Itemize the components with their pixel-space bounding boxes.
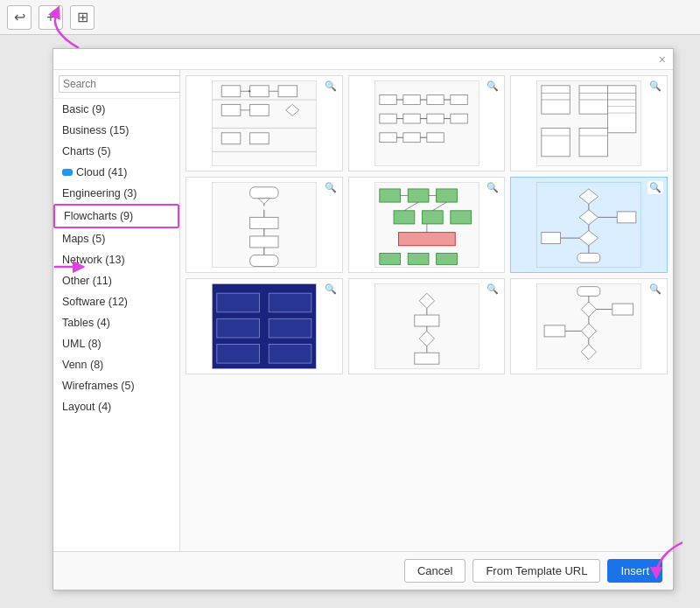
svg-rect-19 xyxy=(450,95,466,105)
sidebar-item-venn[interactable]: Venn (8) xyxy=(53,354,179,375)
sidebar-item-software[interactable]: Software (12) xyxy=(53,291,179,312)
svg-rect-91 xyxy=(217,318,260,338)
svg-rect-23 xyxy=(379,114,396,123)
grid-button[interactable]: ⊞ xyxy=(70,5,94,30)
zoom-icon-9: 🔍 xyxy=(648,283,663,296)
zoom-icon-2: 🔍 xyxy=(485,80,500,93)
template-thumbnail-1[interactable]: 🔍 xyxy=(186,75,343,171)
svg-rect-42 xyxy=(608,86,636,133)
template-thumbnail-7[interactable]: 🔍 xyxy=(186,278,343,374)
svg-rect-94 xyxy=(269,318,312,338)
svg-rect-64 xyxy=(436,189,457,202)
plus-icon: + xyxy=(46,10,54,25)
svg-rect-69 xyxy=(379,253,400,264)
sidebar-item-basic[interactable]: Basic (9) xyxy=(53,99,179,120)
svg-rect-92 xyxy=(217,345,260,364)
sidebar-item-layout[interactable]: Layout (4) xyxy=(53,396,179,417)
sidebar-item-business[interactable]: Business (15) xyxy=(53,120,179,141)
svg-rect-66 xyxy=(422,211,443,224)
modal-header: × xyxy=(53,49,673,70)
svg-rect-31 xyxy=(402,133,419,143)
back-button[interactable]: ↩ xyxy=(7,5,32,30)
svg-rect-30 xyxy=(379,133,396,143)
zoom-icon-4: 🔍 xyxy=(323,181,339,194)
svg-rect-11 xyxy=(250,133,270,144)
sidebar-item-engineering[interactable]: Engineering (3) xyxy=(53,183,179,204)
template-thumbnail-3[interactable]: 🔍 xyxy=(510,75,668,171)
svg-rect-52 xyxy=(250,187,278,199)
svg-rect-25 xyxy=(426,114,443,123)
svg-rect-10 xyxy=(221,133,241,144)
svg-rect-63 xyxy=(408,189,429,202)
template-content-area: 🔍 xyxy=(180,70,673,551)
svg-rect-99 xyxy=(414,315,438,326)
svg-rect-67 xyxy=(450,211,471,224)
sidebar-item-wireframes[interactable]: Wireframes (5) xyxy=(53,375,179,396)
zoom-icon-3: 🔍 xyxy=(648,80,663,93)
cancel-button[interactable]: Cancel xyxy=(404,559,466,583)
svg-rect-88 xyxy=(542,233,561,244)
svg-rect-26 xyxy=(450,114,466,123)
svg-rect-6 xyxy=(278,86,298,97)
svg-rect-105 xyxy=(578,287,600,297)
category-sidebar: 🔍 Basic (9) Business (15) Charts (5) Clo… xyxy=(53,70,180,551)
svg-rect-65 xyxy=(394,211,415,224)
svg-rect-71 xyxy=(436,253,457,264)
svg-rect-7 xyxy=(221,104,241,115)
zoom-icon-6: 🔍 xyxy=(648,181,663,194)
svg-rect-93 xyxy=(269,293,312,312)
template-thumbnail-2[interactable]: 🔍 xyxy=(348,75,506,171)
svg-rect-5 xyxy=(250,86,270,97)
template-dialog: × 🔍 Basic (9) Business (15) Charts (5) C… xyxy=(52,48,674,591)
svg-rect-18 xyxy=(426,95,443,105)
svg-rect-58 xyxy=(250,236,278,248)
svg-rect-4 xyxy=(221,86,241,97)
svg-rect-24 xyxy=(402,114,419,123)
toolbar: ↩ + ⊞ xyxy=(0,0,700,35)
template-thumbnail-6[interactable]: 🔍 xyxy=(510,177,668,273)
svg-rect-17 xyxy=(402,95,419,105)
svg-rect-95 xyxy=(269,345,312,364)
sidebar-item-network[interactable]: Network (13) xyxy=(53,249,179,270)
add-button[interactable]: + xyxy=(38,5,63,30)
template-thumbnail-4[interactable]: 🔍 xyxy=(186,177,343,273)
svg-rect-70 xyxy=(408,253,429,264)
svg-rect-47 xyxy=(542,128,570,156)
zoom-icon-7: 🔍 xyxy=(323,283,339,296)
back-icon: ↩ xyxy=(14,9,25,25)
zoom-icon-5: 🔍 xyxy=(485,181,500,194)
sidebar-item-maps[interactable]: Maps (5) xyxy=(53,228,179,249)
svg-rect-56 xyxy=(250,217,278,228)
zoom-icon-8: 🔍 xyxy=(485,283,500,296)
svg-rect-32 xyxy=(426,133,443,143)
template-thumbnail-8[interactable]: 🔍 xyxy=(348,278,506,374)
template-thumbnail-9[interactable]: 🔍 xyxy=(510,278,668,374)
sidebar-item-cloud[interactable]: Cloud (41) xyxy=(53,162,179,183)
svg-rect-103 xyxy=(414,353,438,364)
zoom-icon-1: 🔍 xyxy=(323,80,339,93)
sidebar-item-flowcharts[interactable]: Flowcharts (9) xyxy=(53,204,179,228)
svg-rect-62 xyxy=(379,189,400,202)
template-thumbnail-5[interactable]: 🔍 xyxy=(348,177,506,273)
svg-rect-8 xyxy=(250,104,270,115)
svg-rect-60 xyxy=(250,255,278,267)
thumbnail-grid: 🔍 xyxy=(186,75,668,374)
svg-rect-86 xyxy=(618,212,637,223)
svg-rect-84 xyxy=(578,253,600,262)
cloud-icon xyxy=(62,169,73,176)
modal-footer: Cancel From Template URL Insert xyxy=(53,551,673,590)
sidebar-item-charts[interactable]: Charts (5) xyxy=(53,141,179,162)
svg-rect-115 xyxy=(544,325,565,337)
sidebar-item-other[interactable]: Other (11) xyxy=(53,270,179,291)
sidebar-item-uml[interactable]: UML (8) xyxy=(53,333,179,354)
svg-rect-90 xyxy=(217,293,260,312)
insert-button[interactable]: Insert xyxy=(607,559,662,583)
template-url-button[interactable]: From Template URL xyxy=(472,559,600,583)
sidebar-item-tables[interactable]: Tables (4) xyxy=(53,312,179,333)
svg-rect-16 xyxy=(379,95,396,105)
svg-rect-68 xyxy=(398,233,455,246)
svg-rect-113 xyxy=(612,304,634,315)
grid-icon: ⊞ xyxy=(77,9,88,25)
search-input[interactable] xyxy=(59,75,180,93)
close-button[interactable]: × xyxy=(659,53,666,66)
